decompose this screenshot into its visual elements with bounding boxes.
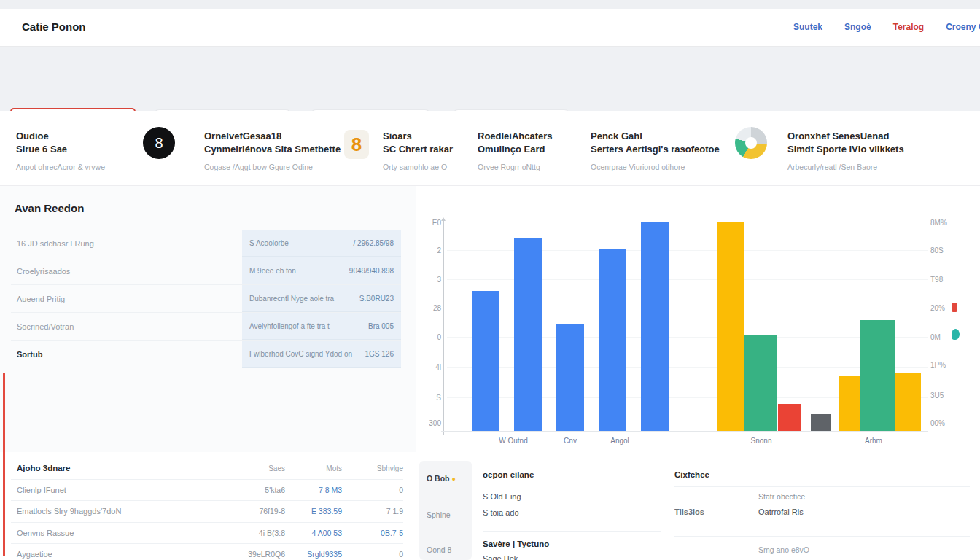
- chart-bar: [556, 324, 584, 431]
- feature-title: RoedleiAhcatersOmulinço Eard: [478, 130, 553, 156]
- header-bar: Catie Ponon Suutek Sngoè Teralog Croeny …: [0, 9, 980, 47]
- row-mid: Fwlberhod CovC signd Ydod on: [249, 350, 352, 358]
- chart-bar: [860, 320, 895, 431]
- feature-title: OudioeSirue 6 Sae: [16, 130, 105, 156]
- y-axis-tick-right: 80S: [930, 246, 944, 254]
- y-axis-tick-left: 4i: [435, 363, 441, 371]
- cell-name: Ematlocls Slry 9haggds'7doN: [11, 507, 233, 516]
- list-item: S toia ado: [483, 508, 519, 517]
- cell-value: 76f19-8: [233, 507, 285, 516]
- list-item-title: Savère | Tyctuno: [483, 540, 549, 548]
- cell-value: 0: [342, 486, 403, 494]
- stat-cards-band: Stes Casir. a MBeny Svtymgmon tb ✓ A8 Za…: [0, 47, 980, 111]
- row-value: 1GS 126: [365, 350, 394, 358]
- dash-icon: -: [157, 163, 159, 171]
- table-row[interactable]: Aueend Pritig Dubanrecntl Nyge aole traS…: [11, 285, 401, 313]
- y-axis-line: [443, 219, 444, 435]
- y-axis-tick-right: 8M%: [930, 219, 947, 227]
- row-label: Tlis3ios: [674, 508, 704, 516]
- nav-link-3[interactable]: Teralog: [893, 22, 924, 32]
- table-row: Aygaetioe 39eLR0Q6 Srgld9335 0: [11, 544, 403, 560]
- y-axis-tick-left: E0: [432, 219, 441, 227]
- feature-subtitle: Ocenrprae Viuriorod otihore: [591, 163, 720, 171]
- feature-item-2[interactable]: OrnelvefGesaa18Cynmelriénova Sita Smetbe…: [204, 130, 341, 171]
- section-header: Cixfchee: [674, 470, 709, 479]
- chart-bar: [811, 414, 831, 431]
- x-axis-label: Snonn: [751, 437, 772, 445]
- row-value: 9049/940.898: [349, 267, 394, 275]
- col-header: Ajoho 3dnare: [11, 464, 233, 472]
- pie-chart-icon: [735, 127, 767, 159]
- chart-bar: [778, 404, 801, 431]
- bottom-left-table: Ajoho 3dnare Saes Mots Sbhvlge Clienlp I…: [11, 458, 403, 560]
- red-annotation-line: [3, 373, 5, 556]
- yellow-dot-icon: ●: [451, 475, 455, 483]
- row-value: Bra 005: [368, 322, 394, 330]
- feature-item-1[interactable]: OudioeSirue 6 Sae Anpot ohrecAcror & vrv…: [16, 130, 105, 171]
- row-value: S.B0RU23: [359, 295, 394, 303]
- feature-item-5[interactable]: Penck GahlSerters Aertisgl's rasofeotoe …: [591, 130, 720, 171]
- nav-link-1[interactable]: Suutek: [793, 22, 822, 32]
- dash-icon: -: [749, 163, 751, 171]
- teal-marker-icon: [952, 329, 960, 340]
- panel-title: Avan Reedon: [15, 202, 84, 214]
- cell-value: E 383.59: [285, 507, 342, 516]
- y-axis-tick-right: 20%: [930, 304, 945, 312]
- tab-sphine[interactable]: Sphine: [427, 510, 451, 519]
- col-header: Mots: [285, 464, 342, 472]
- cell-value: 4i B(3:8: [233, 529, 285, 537]
- feature-item-6[interactable]: Oronxhef SenesUenadSImdt Sporte iVlo vli…: [788, 130, 904, 171]
- table-row: Clienlp IFunet 5'kta6 7 8 M3 0: [11, 480, 403, 502]
- nav-link-4[interactable]: Croeny Cuo: [946, 22, 980, 32]
- feature-item-3[interactable]: SioarsSC Chrert rakar Orty samohlo ae O: [383, 130, 453, 171]
- cell-name: Oenvns Rassue: [11, 529, 233, 537]
- cell-value: 0B.7-5: [342, 529, 403, 537]
- nav-link-2[interactable]: Sngoè: [844, 22, 871, 32]
- x-axis-label: Arhm: [865, 437, 882, 445]
- row-label: 16 JD sdchasr I Rung: [11, 230, 242, 257]
- y-axis-tick-right: T98: [930, 276, 943, 284]
- chart-panel: E0232804iS3008M%80ST9820%0M1P%3U500%W Ou…: [416, 186, 980, 452]
- top-nav: Suutek Sngoè Teralog Croeny Cuo: [793, 22, 980, 32]
- y-axis-tick-right: 3U5: [930, 392, 944, 400]
- table-header-row: Ajoho 3dnare Saes Mots Sbhvlge: [11, 458, 403, 480]
- y-axis-tick-left: 3: [437, 276, 441, 284]
- feature-item-4[interactable]: RoedleiAhcatersOmulinço Eard Orvee Rogrr…: [478, 130, 553, 171]
- cell-value: 39eLR0Q6: [233, 550, 285, 559]
- row-mid: Avelyhfoilengof a fte tra t: [249, 322, 330, 330]
- row-mid: Dubanrecntl Nyge aole tra: [249, 295, 334, 303]
- cell-value: 4 A00 53: [285, 529, 342, 537]
- mini-tab-column: O Bob ● Sphine Oond 8: [419, 461, 472, 560]
- row-mid: M 9eee eb fon: [249, 267, 296, 275]
- avan-table: 16 JD sdchasr I Rung S Acooiorbe/ 2962.8…: [11, 230, 401, 368]
- table-row[interactable]: Croelyrisaados M 9eee eb fon9049/940.898: [11, 257, 401, 285]
- detail-line: Oatrrofai Ris: [758, 508, 804, 516]
- feature-title: SioarsSC Chrert rakar: [383, 130, 453, 156]
- feature-subtitle: Cogase /Aggt bow Ggure Odine: [204, 163, 341, 171]
- table-row[interactable]: Sortub Fwlberhod CovC signd Ydod on1GS 1…: [11, 341, 401, 368]
- chart-bar: [895, 373, 921, 431]
- list-item: S Old Eing: [483, 492, 521, 501]
- cell-name: Clienlp IFunet: [11, 486, 233, 494]
- avan-panel: Avan Reedon 16 JD sdchasr I Rung S Acooi…: [0, 186, 416, 452]
- y-axis-tick-left: S: [436, 393, 441, 401]
- y-axis-tick-left: 28: [433, 304, 441, 312]
- tab-oond[interactable]: Oond 8: [427, 545, 451, 554]
- y-axis-tick-right: 00%: [930, 419, 945, 427]
- top-strip: [0, 0, 980, 9]
- table-row[interactable]: Socrined/Votran Avelyhfoilengof a fte tr…: [11, 313, 401, 341]
- cell-value: 7 8 M3: [285, 486, 342, 494]
- table-row[interactable]: 16 JD sdchasr I Rung S Acooiorbe/ 2962.8…: [11, 230, 401, 257]
- col-header: Sbhvlge: [342, 464, 403, 472]
- chart-bar: [641, 222, 669, 431]
- y-axis-tick-right: 0M: [930, 332, 941, 341]
- row-label: Socrined/Votran: [11, 313, 242, 340]
- tab-obob[interactable]: O Bob ●: [427, 474, 456, 483]
- x-axis-label: W Outnd: [499, 437, 527, 445]
- bottom-area: Ajoho 3dnare Saes Mots Sbhvlge Clienlp I…: [0, 452, 980, 560]
- row-label: Croelyrisaados: [11, 257, 242, 284]
- feature-title: OrnelvefGesaa18Cynmelriénova Sita Smetbe…: [204, 130, 341, 156]
- row-mid: S Acooiorbe: [249, 239, 289, 247]
- detail-line: Statr obectice: [758, 492, 805, 501]
- red-marker-icon: [952, 303, 957, 312]
